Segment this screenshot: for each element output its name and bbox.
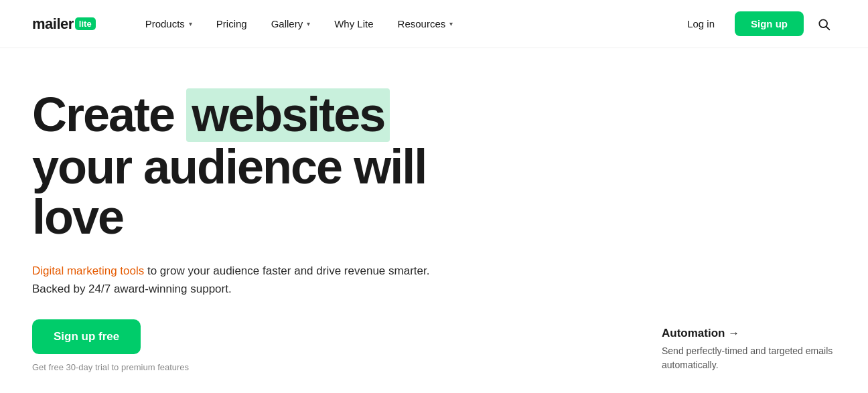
nav-item-whylite[interactable]: Why Lite xyxy=(325,13,382,35)
signup-free-button[interactable]: Sign up free xyxy=(32,319,141,354)
hero-headline: Create websites your audience will love xyxy=(32,88,490,243)
signup-button[interactable]: Sign up xyxy=(735,11,804,36)
nav-item-gallery[interactable]: Gallery ▾ xyxy=(262,13,320,35)
login-button[interactable]: Log in xyxy=(675,13,727,35)
search-icon[interactable] xyxy=(812,12,836,36)
logo[interactable]: mailerlite xyxy=(32,15,96,33)
chevron-down-icon: ▾ xyxy=(449,20,453,27)
hero-line2: your audience will love xyxy=(32,140,426,244)
logo-mailer-text: mailer xyxy=(32,15,74,33)
hero-subtext: Digital marketing tools to grow your aud… xyxy=(32,262,461,298)
logo-lite-badge: lite xyxy=(75,17,96,30)
svg-line-1 xyxy=(826,26,830,29)
automation-description: Send perfectly-timed and targeted emails… xyxy=(662,344,836,372)
hero-line1: Create websites xyxy=(32,88,390,141)
nav-item-pricing[interactable]: Pricing xyxy=(207,13,257,35)
trial-text: Get free 30-day trial to premium feature… xyxy=(32,362,490,372)
automation-card: Automation → Send perfectly-timed and ta… xyxy=(662,327,836,372)
nav-links: Products ▾ Pricing Gallery ▾ Why Lite Re… xyxy=(136,13,676,35)
chevron-down-icon: ▾ xyxy=(189,20,192,27)
nav-item-products[interactable]: Products ▾ xyxy=(136,13,202,35)
hero-section: Create websites your audience will love … xyxy=(0,48,522,393)
hero-highlight-word: websites xyxy=(186,88,390,142)
chevron-down-icon: ▾ xyxy=(307,20,310,27)
automation-title[interactable]: Automation → xyxy=(662,327,836,340)
nav-right: Log in Sign up xyxy=(675,11,836,36)
navbar: mailerlite Products ▾ Pricing Gallery ▾ … xyxy=(0,0,868,48)
nav-item-resources[interactable]: Resources ▾ xyxy=(388,13,463,35)
